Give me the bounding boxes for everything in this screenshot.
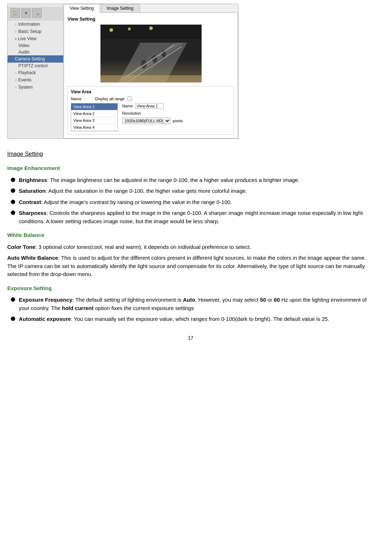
view-area-title: View Area xyxy=(71,89,231,94)
view-area-section: View Area Name Display all range View Ar… xyxy=(68,86,234,135)
view-area-detail: Name Resolution 1920x1080(FULL HD) pixe xyxy=(122,103,231,131)
panel-title: View Setting xyxy=(68,16,234,22)
white-balance-title: White Balance xyxy=(7,231,374,239)
image-enhancement-list: Brightness: The image brightness can be … xyxy=(11,176,374,226)
bullet-text-exposure-freq: Exposure Frequency: The default setting … xyxy=(19,296,374,312)
exposure-list: Exposure Frequency: The default setting … xyxy=(11,296,374,323)
view-area-item-3[interactable]: View Area 3 xyxy=(71,117,117,124)
resolution-label: Resolution xyxy=(122,111,141,115)
page-number: 17 xyxy=(7,334,374,342)
bullet-dot-exposure-freq xyxy=(11,297,15,302)
bullet-saturation: Saturation: Adjust the saturation in the… xyxy=(11,187,374,195)
bullet-contrast: Contrast: Adjust the image's contrast by… xyxy=(11,198,374,207)
name-detail-input[interactable] xyxy=(135,103,164,109)
sidebar: 🏠 ✕ 🔍 Information Basic Setup Live View … xyxy=(8,4,64,139)
bullet-exposure-freq: Exposure Frequency: The default setting … xyxy=(11,296,374,312)
svg-point-13 xyxy=(149,26,153,30)
name-detail-row: Name xyxy=(122,103,231,109)
camera-preview xyxy=(100,25,202,82)
sidebar-item-live-view[interactable]: Live View xyxy=(8,35,63,42)
bullet-dot-sharpness xyxy=(11,211,15,215)
view-area-header: Name Display all range xyxy=(71,97,231,101)
resolution-select[interactable]: 1920x1080(FULL HD) xyxy=(122,118,171,124)
pixels-label: pixels xyxy=(173,119,183,123)
doc-content: Image Setting Image Enhancement Brightne… xyxy=(4,150,378,342)
color-tone-para: Color Tone: 3 optional color tones(cool,… xyxy=(7,243,374,251)
auto-exposure-text: : You can manually set the exposure valu… xyxy=(71,316,329,322)
bullet-text-brightness: Brightness: The image brightness can be … xyxy=(19,176,374,184)
exposure-title: Exposure Setting xyxy=(7,284,374,293)
sidebar-item-events[interactable]: Events xyxy=(8,76,63,84)
view-area-item-2[interactable]: View Area 2 xyxy=(71,110,117,117)
term-exposure-freq: Exposure Frequency xyxy=(19,297,72,303)
tab-view-setting[interactable]: View Setting xyxy=(64,4,100,13)
white-balance-section: White Balance Color Tone: 3 optional col… xyxy=(7,231,374,279)
resolution-value-row: 1920x1080(FULL HD) pixels xyxy=(122,118,231,124)
term-auto-exposure: Automatic exposure xyxy=(19,316,71,322)
ui-screenshot: 🏠 ✕ 🔍 Information Basic Setup Live View … xyxy=(7,4,238,139)
sidebar-item-audio[interactable]: Audio xyxy=(8,49,63,55)
tab-panel: View Setting xyxy=(64,13,238,139)
sidebar-item-information[interactable]: Information xyxy=(8,21,63,28)
view-area-body: View Area 1 View Area 2 View Area 3 View… xyxy=(71,103,231,131)
svg-point-11 xyxy=(109,28,113,32)
auto-wb-text: : This is used to adjust for the differe… xyxy=(7,255,366,277)
bullet-text-sharpness: Sharpness: Controls the sharpness applie… xyxy=(19,209,374,225)
display-all-range-checkbox[interactable] xyxy=(128,97,132,101)
sidebar-item-playback[interactable]: Playback xyxy=(8,69,63,76)
bullet-auto-exposure: Automatic exposure: You can manually set… xyxy=(11,315,374,323)
name-detail-label: Name xyxy=(122,104,133,108)
tabs-row: View Setting Image Setting xyxy=(64,4,238,13)
sidebar-item-ptz[interactable]: PT/PTZ control xyxy=(8,63,63,69)
close-button[interactable]: ✕ xyxy=(21,8,31,18)
svg-rect-7 xyxy=(100,75,202,82)
sidebar-item-camera-setting[interactable]: Camera Setting xyxy=(8,55,63,63)
view-area-list: View Area 1 View Area 2 View Area 3 View… xyxy=(71,103,118,131)
svg-point-8 xyxy=(141,60,147,69)
term-contrast: Contrast xyxy=(19,199,41,205)
color-tone-text: : 3 optional color tones(cool, real and … xyxy=(35,244,251,250)
display-all-range-label: Display all range xyxy=(95,97,124,101)
inline-bold-50: 50 xyxy=(260,297,266,303)
term-auto-wb: Auto White Balance xyxy=(7,255,58,261)
search-button[interactable]: 🔍 xyxy=(32,8,42,18)
inline-bold-auto: Auto xyxy=(183,297,195,303)
bullet-dot-auto-exposure xyxy=(11,317,15,321)
term-sharpness: Sharpness xyxy=(19,210,47,216)
exposure-section: Exposure Setting Exposure Frequency: The… xyxy=(7,284,374,323)
auto-wb-para: Auto White Balance: This is used to adju… xyxy=(7,254,374,279)
bullet-sharpness: Sharpness: Controls the sharpness applie… xyxy=(11,209,374,225)
bullet-dot-saturation xyxy=(11,188,15,193)
image-setting-heading: Image Setting xyxy=(7,150,374,158)
resolution-detail-row: Resolution xyxy=(122,111,231,115)
home-button[interactable]: 🏠 xyxy=(10,8,20,18)
view-area-item-4[interactable]: View Area 4 xyxy=(71,124,117,131)
sidebar-toolbar: 🏠 ✕ 🔍 xyxy=(8,7,63,21)
bullet-text-auto-exposure: Automatic exposure: You can manually set… xyxy=(19,315,374,323)
name-col-header: Name xyxy=(71,97,81,101)
bullet-brightness: Brightness: The image brightness can be … xyxy=(11,176,374,184)
tab-image-setting[interactable]: Image Setting xyxy=(101,4,140,12)
view-area-item-1[interactable]: View Area 1 xyxy=(71,103,117,110)
bullet-dot-contrast xyxy=(11,200,15,204)
sidebar-item-basic-setup[interactable]: Basic Setup xyxy=(8,28,63,35)
bullet-text-contrast: Contrast: Adjust the image's contrast by… xyxy=(19,198,374,207)
bullet-dot-brightness xyxy=(11,178,15,182)
term-brightness: Brightness xyxy=(19,177,47,183)
image-enhancement-title: Image Enhancement xyxy=(7,164,374,173)
main-panel: View Setting Image Setting View Setting xyxy=(64,4,238,139)
sidebar-item-video[interactable]: Video xyxy=(8,42,63,49)
term-color-tone: Color Tone xyxy=(7,244,35,250)
inline-bold-60: 60 xyxy=(274,297,280,303)
inline-bold-hold: hold current xyxy=(62,305,94,311)
svg-point-12 xyxy=(128,27,131,30)
sidebar-item-system[interactable]: System xyxy=(8,84,63,91)
term-saturation: Saturation xyxy=(19,188,46,194)
camera-image xyxy=(100,25,202,82)
bullet-text-saturation: Saturation: Adjust the saturation in the… xyxy=(19,187,374,195)
